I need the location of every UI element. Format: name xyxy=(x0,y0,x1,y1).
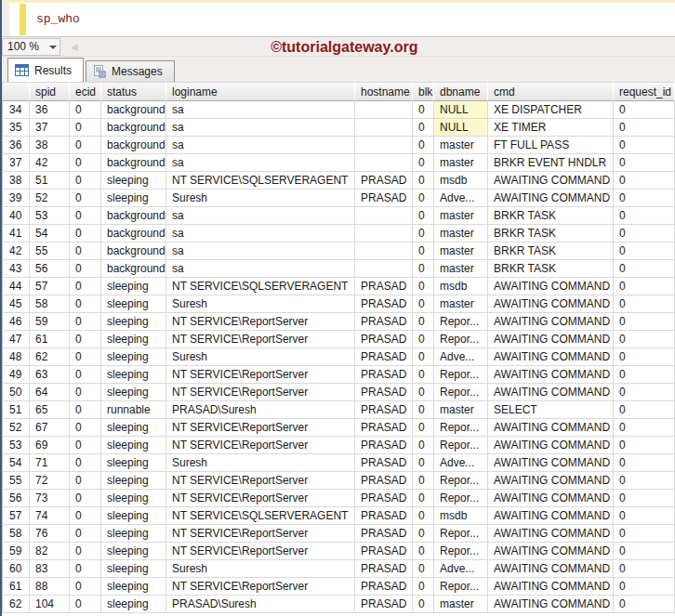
grid-cell-cmd[interactable]: BRKR TASK xyxy=(488,207,614,225)
grid-cell-status[interactable]: sleeping xyxy=(101,278,166,295)
grid-cell-blk[interactable]: 0 xyxy=(413,101,434,119)
grid-cell-dbname[interactable]: Repor... xyxy=(434,543,488,560)
grid-cell-spid[interactable]: 55 xyxy=(30,242,70,260)
grid-cell-hostname[interactable]: PRASAD xyxy=(355,401,413,419)
grid-cell-dbname[interactable]: Repor... xyxy=(434,472,488,490)
grid-cell-blk[interactable]: 0 xyxy=(413,225,434,242)
grid-cell-hostname[interactable] xyxy=(355,154,413,172)
grid-cell-cmd[interactable]: AWAITING COMMAND xyxy=(488,525,614,543)
grid-cell-cmd[interactable]: AWAITING COMMAND xyxy=(488,366,614,384)
grid-cell-spid[interactable]: 61 xyxy=(30,331,70,348)
grid-cell-status[interactable]: sleeping xyxy=(101,331,166,348)
row-header[interactable]: 38 xyxy=(2,172,30,190)
grid-cell-hostname[interactable]: PRASAD xyxy=(355,331,413,348)
grid-cell-ecid[interactable]: 0 xyxy=(70,419,101,437)
grid-cell-ecid[interactable]: 0 xyxy=(70,543,101,560)
grid-cell-cmd[interactable]: XE TIMER xyxy=(488,119,614,137)
grid-cell-cmd[interactable]: AWAITING COMMAND xyxy=(488,578,614,596)
grid-cell-status[interactable]: sleeping xyxy=(101,543,166,560)
grid-cell-blk[interactable]: 0 xyxy=(413,401,434,419)
grid-cell-dbname[interactable]: master xyxy=(434,401,488,419)
grid-cell-blk[interactable]: 0 xyxy=(413,260,434,278)
grid-cell-ecid[interactable]: 0 xyxy=(70,137,101,154)
grid-cell-blk[interactable]: 0 xyxy=(413,278,434,295)
grid-cell-hostname[interactable] xyxy=(355,119,413,137)
row-header[interactable]: 58 xyxy=(2,525,30,543)
grid-cell-cmd[interactable]: BRKR EVENT HNDLR xyxy=(488,154,614,172)
row-header[interactable]: 40 xyxy=(2,207,30,225)
grid-cell-dbname[interactable]: master xyxy=(434,260,488,278)
row-header[interactable]: 44 xyxy=(2,278,30,295)
grid-cell-blk[interactable]: 0 xyxy=(413,578,434,596)
grid-cell-loginame[interactable]: NT SERVICE\ReportServer xyxy=(166,543,355,560)
grid-cell-cmd[interactable]: XE DISPATCHER xyxy=(488,101,614,119)
grid-cell-cmd[interactable]: AWAITING COMMAND xyxy=(488,437,614,454)
grid-cell-hostname[interactable] xyxy=(355,225,413,242)
grid-cell-spid[interactable]: 54 xyxy=(30,225,70,242)
grid-cell-dbname[interactable]: NULL xyxy=(434,101,488,119)
grid-cell-status[interactable]: sleeping xyxy=(101,525,166,543)
grid-cell-hostname[interactable]: PRASAD xyxy=(355,596,413,613)
grid-cell-cmd[interactable]: AWAITING COMMAND xyxy=(488,454,614,472)
grid-cell-request_id[interactable]: 0 xyxy=(614,507,675,525)
grid-cell-spid[interactable]: 64 xyxy=(30,384,70,401)
grid-cell-spid[interactable]: 52 xyxy=(30,190,70,207)
grid-cell-spid[interactable]: 73 xyxy=(30,490,70,507)
grid-cell-request_id[interactable]: 0 xyxy=(614,313,675,331)
grid-cell-status[interactable]: background xyxy=(101,207,166,225)
grid-cell-request_id[interactable]: 0 xyxy=(614,225,675,242)
grid-cell-hostname[interactable]: PRASAD xyxy=(355,507,413,525)
grid-cell-cmd[interactable]: AWAITING COMMAND xyxy=(488,472,614,490)
grid-cell-spid[interactable]: 83 xyxy=(30,560,70,578)
grid-cell-dbname[interactable]: msdb xyxy=(434,507,488,525)
grid-cell-request_id[interactable]: 0 xyxy=(614,190,675,207)
grid-cell-loginame[interactable]: NT SERVICE\ReportServer xyxy=(166,437,355,454)
grid-cell-blk[interactable]: 0 xyxy=(413,137,434,154)
grid-cell-hostname[interactable]: PRASAD xyxy=(355,313,413,331)
row-header[interactable]: 54 xyxy=(2,454,30,472)
column-header-status[interactable]: status xyxy=(101,82,166,101)
grid-cell-spid[interactable]: 51 xyxy=(30,172,70,190)
grid-cell-dbname[interactable]: master xyxy=(434,596,488,613)
chevron-left-icon[interactable]: ◀ xyxy=(71,42,78,52)
grid-cell-spid[interactable]: 59 xyxy=(30,313,70,331)
grid-cell-ecid[interactable]: 0 xyxy=(70,278,101,295)
grid-cell-spid[interactable]: 38 xyxy=(30,137,70,154)
grid-cell-dbname[interactable]: Repor... xyxy=(434,331,488,348)
grid-cell-ecid[interactable]: 0 xyxy=(70,154,101,172)
grid-cell-cmd[interactable]: AWAITING COMMAND xyxy=(488,295,614,313)
grid-cell-ecid[interactable]: 0 xyxy=(70,472,101,490)
grid-cell-cmd[interactable]: AWAITING COMMAND xyxy=(488,172,614,190)
grid-cell-hostname[interactable] xyxy=(355,137,413,154)
grid-cell-ecid[interactable]: 0 xyxy=(70,507,101,525)
grid-cell-blk[interactable]: 0 xyxy=(413,384,434,401)
grid-cell-ecid[interactable]: 0 xyxy=(70,295,101,313)
grid-cell-dbname[interactable]: NULL xyxy=(434,119,488,137)
grid-cell-spid[interactable]: 58 xyxy=(30,295,70,313)
grid-cell-cmd[interactable]: AWAITING COMMAND xyxy=(488,596,614,613)
grid-cell-spid[interactable]: 57 xyxy=(30,278,70,295)
grid-cell-status[interactable]: background xyxy=(101,154,166,172)
grid-cell-blk[interactable]: 0 xyxy=(413,172,434,190)
grid-cell-request_id[interactable]: 0 xyxy=(614,260,675,278)
grid-cell-loginame[interactable]: Suresh xyxy=(166,348,355,366)
grid-cell-request_id[interactable]: 0 xyxy=(614,490,675,507)
grid-cell-blk[interactable]: 0 xyxy=(413,348,434,366)
grid-cell-status[interactable]: sleeping xyxy=(101,490,166,507)
grid-cell-status[interactable]: sleeping xyxy=(101,472,166,490)
grid-cell-ecid[interactable]: 0 xyxy=(70,119,101,137)
grid-cell-status[interactable]: background xyxy=(101,101,166,119)
row-header[interactable]: 43 xyxy=(2,260,30,278)
grid-cell-status[interactable]: background xyxy=(101,260,166,278)
grid-cell-spid[interactable]: 36 xyxy=(30,101,70,119)
grid-cell-cmd[interactable]: FT FULL PASS xyxy=(488,137,614,154)
row-header[interactable]: 62 xyxy=(2,596,30,613)
grid-cell-cmd[interactable]: AWAITING COMMAND xyxy=(488,543,614,560)
grid-cell-ecid[interactable]: 0 xyxy=(70,437,101,454)
grid-cell-status[interactable]: sleeping xyxy=(101,366,166,384)
grid-cell-loginame[interactable]: NT SERVICE\SQLSERVERAGENT xyxy=(166,278,355,295)
grid-cell-blk[interactable]: 0 xyxy=(413,525,434,543)
grid-cell-spid[interactable]: 56 xyxy=(30,260,70,278)
grid-cell-hostname[interactable] xyxy=(355,242,413,260)
grid-cell-loginame[interactable]: NT SERVICE\SQLSERVERAGENT xyxy=(166,172,355,190)
